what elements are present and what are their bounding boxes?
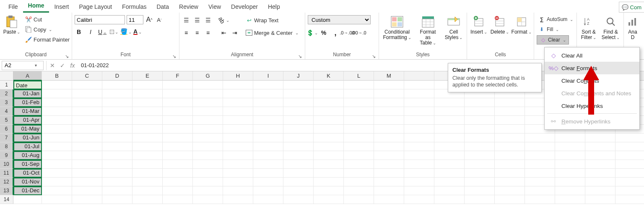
enter-formula-button[interactable]: ✓ <box>57 62 68 69</box>
cell[interactable] <box>525 151 555 160</box>
conditional-formatting-button[interactable]: Conditional Formatting <box>382 14 413 41</box>
cell[interactable]: 01-Mar <box>13 107 42 116</box>
copy-button[interactable]: Copy <box>23 25 71 34</box>
align-left-button[interactable]: ≡ <box>182 29 190 37</box>
cell[interactable] <box>344 178 374 186</box>
cell[interactable] <box>42 195 72 204</box>
cell[interactable] <box>72 125 102 133</box>
cell[interactable] <box>283 125 314 133</box>
cell[interactable] <box>223 169 253 178</box>
cell[interactable] <box>434 169 465 178</box>
cell[interactable] <box>193 195 223 204</box>
col-header-C[interactable]: C <box>72 71 102 81</box>
cell[interactable] <box>102 133 132 142</box>
cell[interactable] <box>495 178 525 186</box>
cell[interactable] <box>465 116 495 125</box>
borders-button[interactable] <box>110 28 118 36</box>
cell[interactable] <box>163 116 193 125</box>
cell[interactable] <box>193 116 223 125</box>
cell[interactable] <box>163 151 193 160</box>
cell[interactable] <box>102 178 132 186</box>
cell[interactable] <box>163 160 193 169</box>
cell[interactable] <box>223 178 253 186</box>
cell[interactable] <box>314 178 344 186</box>
row-header-1[interactable]: 1 <box>0 81 13 89</box>
cell[interactable] <box>42 133 72 142</box>
cell[interactable] <box>42 151 72 160</box>
cell[interactable] <box>253 89 283 98</box>
row-header-9[interactable]: 9 <box>0 151 13 160</box>
name-box-dropdown[interactable]: ▾ <box>31 63 40 68</box>
cell[interactable] <box>132 178 163 186</box>
tab-view[interactable]: View <box>203 1 226 13</box>
cell[interactable] <box>434 142 465 151</box>
col-header-M[interactable]: M <box>374 71 404 81</box>
cell[interactable] <box>283 142 314 151</box>
cell[interactable] <box>253 178 283 186</box>
cancel-formula-button[interactable]: ✕ <box>47 62 57 69</box>
row-header-5[interactable]: 5 <box>0 116 13 125</box>
cell[interactable] <box>525 142 555 151</box>
cell[interactable] <box>163 178 193 186</box>
cell[interactable] <box>42 116 72 125</box>
row-header-3[interactable]: 3 <box>0 98 13 107</box>
font-color-button[interactable]: A <box>133 28 142 36</box>
cell[interactable] <box>434 151 465 160</box>
cell[interactable] <box>495 116 525 125</box>
italic-button[interactable]: I <box>86 28 95 36</box>
format-cells-button[interactable]: Format <box>512 14 531 36</box>
cell[interactable] <box>253 169 283 178</box>
cell[interactable] <box>72 151 102 160</box>
cell[interactable] <box>404 81 434 89</box>
cell[interactable] <box>283 133 314 142</box>
cell[interactable]: 01-Jan <box>13 89 42 98</box>
cell[interactable] <box>102 125 132 133</box>
cell[interactable] <box>283 89 314 98</box>
cell[interactable] <box>314 107 344 116</box>
cell[interactable] <box>615 178 644 186</box>
cell[interactable] <box>314 160 344 169</box>
cell[interactable] <box>253 81 283 89</box>
col-header-K[interactable]: K <box>314 71 344 81</box>
tab-developer[interactable]: Developer <box>226 1 263 13</box>
cell[interactable] <box>495 160 525 169</box>
decrease-decimal-button[interactable]: .00→.0 <box>355 29 363 37</box>
cell[interactable] <box>283 195 314 204</box>
cell[interactable] <box>314 186 344 195</box>
cell[interactable] <box>374 89 404 98</box>
cell[interactable] <box>374 98 404 107</box>
cell[interactable] <box>615 186 644 195</box>
cell[interactable] <box>102 107 132 116</box>
cell[interactable] <box>193 125 223 133</box>
bottom-align-button[interactable]: ☰ <box>204 16 212 24</box>
cell[interactable] <box>314 89 344 98</box>
cell[interactable] <box>42 107 72 116</box>
cell[interactable]: 01-Jul <box>13 142 42 151</box>
top-align-button[interactable]: ☰ <box>182 16 190 24</box>
cell[interactable] <box>344 160 374 169</box>
cell[interactable] <box>42 160 72 169</box>
cell[interactable] <box>314 151 344 160</box>
orientation-button[interactable]: ab <box>220 16 228 24</box>
row-header-6[interactable]: 6 <box>0 125 13 133</box>
cell[interactable] <box>374 133 404 142</box>
align-right-button[interactable]: ≡ <box>204 29 212 37</box>
col-header-H[interactable]: H <box>223 71 253 81</box>
cell[interactable] <box>193 142 223 151</box>
tab-formulas[interactable]: Formulas <box>117 1 151 13</box>
tab-data[interactable]: Data <box>151 1 174 13</box>
cell[interactable] <box>374 186 404 195</box>
tab-insert[interactable]: Insert <box>49 1 74 13</box>
cell[interactable] <box>404 186 434 195</box>
cell[interactable] <box>193 133 223 142</box>
cell[interactable] <box>132 160 163 169</box>
cell[interactable] <box>253 98 283 107</box>
sort-filter-button[interactable]: AZ Sort & Filter <box>579 14 598 41</box>
cell[interactable] <box>132 107 163 116</box>
analyze-data-button[interactable]: Ana D <box>626 14 639 41</box>
cell[interactable] <box>615 133 644 142</box>
cell[interactable] <box>374 195 404 204</box>
cell[interactable] <box>585 142 615 151</box>
cell[interactable] <box>555 151 585 160</box>
cell[interactable]: 01-Nov <box>13 178 42 186</box>
